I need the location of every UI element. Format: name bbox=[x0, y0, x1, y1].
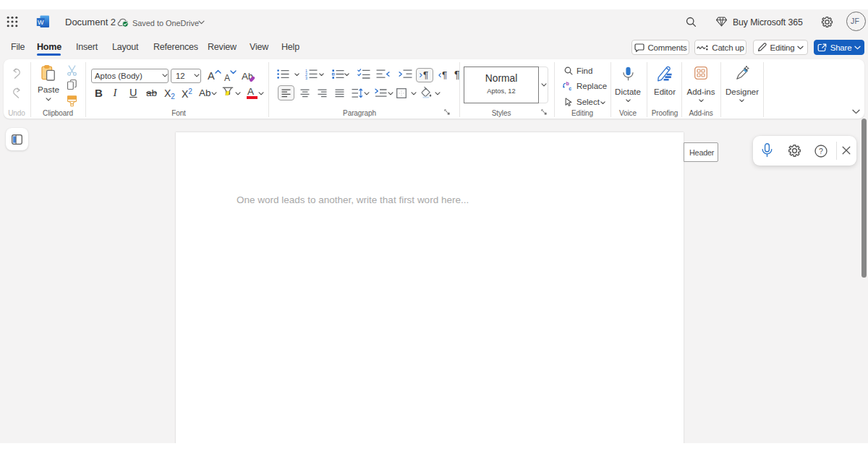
svg-text:c: c bbox=[569, 86, 571, 91]
svg-text:3: 3 bbox=[305, 76, 307, 80]
svg-text:?: ? bbox=[819, 147, 823, 155]
svg-text:W: W bbox=[38, 19, 44, 26]
